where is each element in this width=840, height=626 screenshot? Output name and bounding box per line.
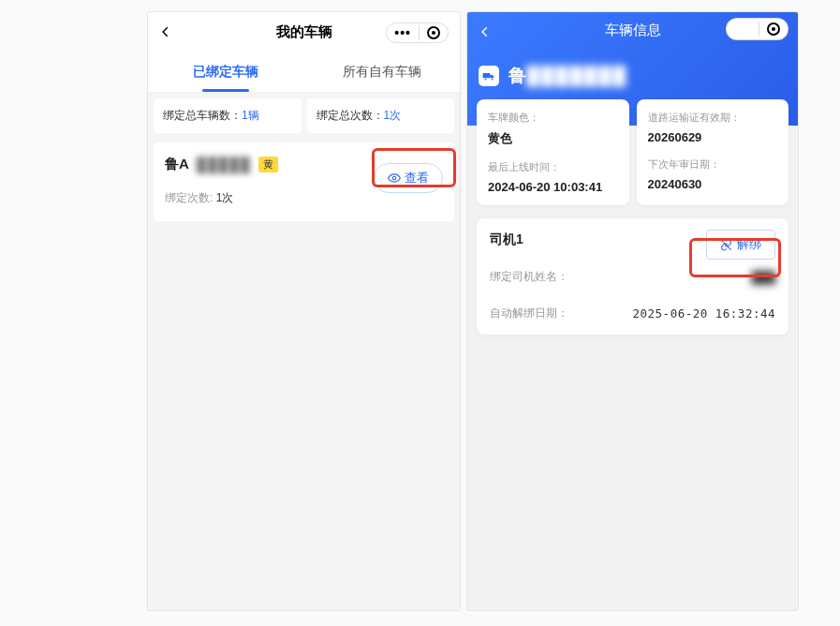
page-title: 我的车辆	[276, 23, 332, 41]
svg-rect-1	[483, 73, 491, 78]
tab-own-vehicles[interactable]: 所有自有车辆	[304, 52, 461, 92]
road-cert-label: 道路运输证有效期：	[648, 111, 778, 125]
plate-color-tag: 黄	[258, 156, 278, 172]
vehicle-card: 鲁A█████ 黄 绑定次数: 1次 查看	[154, 142, 454, 221]
driver-card: 司机1 解绑 绑定司机姓名： ███ 自动解绑日期： 2025-06-20 16…	[477, 218, 788, 335]
unbind-button-label: 解绑	[737, 236, 761, 253]
next-inspection-value: 20240630	[648, 177, 778, 191]
road-cert-value: 20260629	[648, 130, 778, 144]
driver-name-label: 绑定司机姓名：	[490, 269, 568, 285]
header-plate: 鲁███████	[479, 64, 787, 88]
stat-total-vehicles: 绑定总车辆数：1辆	[154, 98, 302, 133]
driver-name-row: 绑定司机姓名： ███	[490, 269, 775, 285]
svg-point-0	[392, 176, 396, 180]
screen-vehicle-info: 车辆信息 ••• 鲁███████ 车牌颜色： 黄色 最后上线时间： 2024-…	[466, 11, 799, 611]
tab-bound-vehicles[interactable]: 已绑定车辆	[148, 52, 304, 92]
left-navbar: 我的车辆 •••	[148, 12, 460, 52]
capsule-menu: •••	[726, 18, 788, 40]
view-button-label: 查看	[405, 170, 429, 186]
stat-total-label: 绑定总车辆数：	[163, 109, 242, 122]
next-inspection-label: 下次年审日期：	[648, 157, 778, 171]
capsule-divider	[759, 22, 759, 37]
auto-unbind-value: 2025-06-20 16:32:44	[633, 306, 776, 320]
plate-masked: █████	[197, 156, 251, 172]
last-online-value: 2024-06-20 10:03:41	[488, 180, 618, 194]
eye-icon	[388, 171, 401, 185]
auto-unbind-label: 自动解绑日期：	[490, 306, 568, 321]
target-icon[interactable]	[427, 26, 440, 39]
view-button[interactable]: 查看	[374, 163, 443, 193]
more-dots-icon[interactable]: •••	[734, 22, 751, 37]
last-online-label: 最后上线时间：	[488, 160, 618, 174]
page-title: 车辆信息	[605, 22, 661, 39]
stat-row: 绑定总车辆数：1辆 绑定总次数：1次	[148, 93, 460, 139]
info-cards-row: 车牌颜色： 黄色 最后上线时间： 2024-06-20 10:03:41 道路运…	[477, 99, 788, 205]
big-plate-prefix: 鲁	[508, 66, 526, 85]
unlink-icon	[720, 239, 732, 251]
capsule-divider	[419, 25, 420, 40]
big-plate-masked: ███████	[526, 66, 627, 85]
svg-point-2	[484, 78, 486, 80]
info-card-left: 车牌颜色： 黄色 最后上线时间： 2024-06-20 10:03:41	[477, 99, 629, 205]
svg-point-3	[491, 78, 493, 80]
bind-times-value: 1次	[216, 191, 234, 204]
big-plate: 鲁███████	[508, 64, 627, 88]
stat-total-value: 1辆	[242, 109, 259, 122]
stat-times-value: 1次	[384, 109, 402, 122]
stat-total-times: 绑定总次数：1次	[307, 98, 455, 133]
screen-my-vehicles: 我的车辆 ••• 已绑定车辆 所有自有车辆 绑定总车辆数：1辆 绑定总次数：1次…	[147, 11, 461, 611]
unbind-button[interactable]: 解绑	[706, 230, 775, 260]
truck-icon	[479, 66, 499, 86]
plate-color-value: 黄色	[488, 130, 618, 147]
back-arrow-icon[interactable]	[159, 22, 172, 43]
plate-prefix: 鲁A	[165, 156, 189, 173]
tabs-bar: 已绑定车辆 所有自有车辆	[148, 52, 460, 93]
stat-times-label: 绑定总次数：	[317, 109, 384, 122]
info-card-right: 道路运输证有效期： 20260629 下次年审日期： 20240630	[637, 99, 789, 205]
back-arrow-icon[interactable]	[479, 22, 492, 42]
bind-times-label: 绑定次数:	[165, 191, 213, 204]
driver-name-value: ███	[751, 271, 775, 284]
auto-unbind-row: 自动解绑日期： 2025-06-20 16:32:44	[490, 306, 775, 321]
capsule-menu: •••	[386, 22, 449, 43]
more-dots-icon[interactable]: •••	[394, 25, 411, 40]
target-icon[interactable]	[767, 22, 780, 36]
plate-color-label: 车牌颜色：	[488, 111, 618, 125]
